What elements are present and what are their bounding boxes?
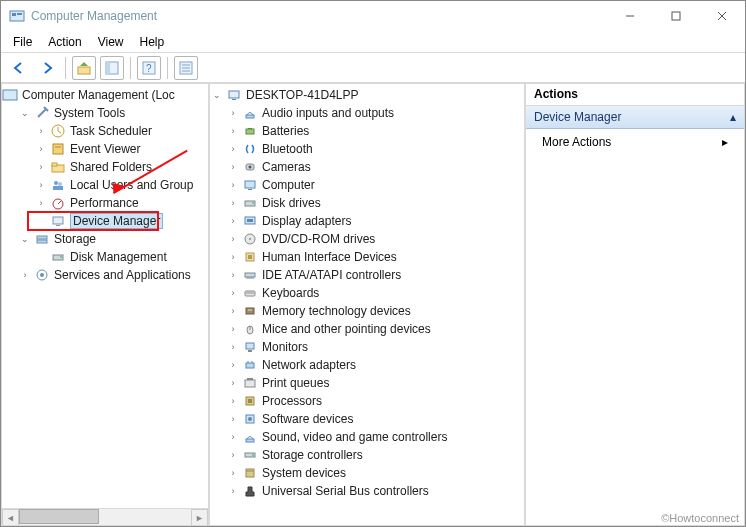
expand-icon[interactable]: ›	[226, 484, 240, 498]
expand-icon[interactable]: ›	[226, 142, 240, 156]
device-category[interactable]: ›Batteries	[226, 122, 524, 140]
tree-label: Computer Management (Loc	[22, 88, 175, 102]
expand-icon[interactable]: ›	[34, 160, 48, 174]
device-category[interactable]: ›Audio inputs and outputs	[226, 104, 524, 122]
device-category[interactable]: ›Sound, video and game controllers	[226, 428, 524, 446]
tree-item-disk-management[interactable]: ›Disk Management	[34, 248, 208, 266]
expand-icon[interactable]: ›	[226, 214, 240, 228]
device-category[interactable]: ›Software devices	[226, 410, 524, 428]
expand-icon[interactable]: ›	[226, 448, 240, 462]
menu-view[interactable]: View	[92, 33, 130, 51]
tree-label: Keyboards	[262, 286, 319, 300]
expand-icon[interactable]: ›	[18, 268, 32, 282]
device-category[interactable]: ›IDE ATA/ATAPI controllers	[226, 266, 524, 284]
close-button[interactable]	[699, 1, 745, 31]
expand-icon[interactable]: ›	[226, 268, 240, 282]
device-category[interactable]: ›Memory technology devices	[226, 302, 524, 320]
device-category[interactable]: ›Computer	[226, 176, 524, 194]
svg-rect-28	[37, 236, 47, 239]
scroll-right-button[interactable]: ►	[191, 509, 208, 526]
horizontal-scrollbar[interactable]: ◄ ►	[2, 508, 208, 525]
properties-button[interactable]	[174, 56, 198, 80]
device-category[interactable]: ›Disk drives	[226, 194, 524, 212]
services-icon	[34, 267, 50, 283]
minimize-button[interactable]	[607, 1, 653, 31]
tree-root[interactable]: Computer Management (Loc	[2, 86, 208, 104]
show-hide-tree-button[interactable]	[100, 56, 124, 80]
tree-item-services-apps[interactable]: › Services and Applications	[18, 266, 208, 284]
device-category[interactable]: ›Universal Serial Bus controllers	[226, 482, 524, 500]
device-category[interactable]: ›Display adapters	[226, 212, 524, 230]
collapse-icon[interactable]: ⌄	[18, 106, 32, 120]
device-category[interactable]: ›Network adapters	[226, 356, 524, 374]
collapse-icon[interactable]: ⌄	[18, 232, 32, 246]
expand-icon[interactable]: ›	[226, 358, 240, 372]
scroll-track[interactable]	[19, 509, 191, 525]
menu-file[interactable]: File	[7, 33, 38, 51]
tree-item-event-viewer[interactable]: ›Event Viewer	[34, 140, 208, 158]
device-category[interactable]: ›DVD/CD-ROM drives	[226, 230, 524, 248]
tree-label: Event Viewer	[70, 142, 140, 156]
expand-icon[interactable]: ›	[226, 394, 240, 408]
expand-icon[interactable]: ›	[226, 286, 240, 300]
device-category[interactable]: ›Cameras	[226, 158, 524, 176]
svg-rect-1	[12, 13, 16, 16]
device-category[interactable]: ›Bluetooth	[226, 140, 524, 158]
maximize-button[interactable]	[653, 1, 699, 31]
back-button[interactable]	[7, 56, 31, 80]
actions-section[interactable]: Device Manager ▴	[526, 106, 744, 129]
device-category[interactable]: ›Print queues	[226, 374, 524, 392]
expand-icon[interactable]: ›	[34, 196, 48, 210]
menu-action[interactable]: Action	[42, 33, 87, 51]
expand-icon[interactable]: ›	[226, 232, 240, 246]
help-button[interactable]: ?	[137, 56, 161, 80]
tree-item-local-users[interactable]: ›Local Users and Group	[34, 176, 208, 194]
expand-icon[interactable]: ›	[226, 106, 240, 120]
tree-item-shared-folders[interactable]: ›Shared Folders	[34, 158, 208, 176]
device-category[interactable]: ›Keyboards	[226, 284, 524, 302]
tree-item-system-tools[interactable]: ⌄ System Tools	[18, 104, 208, 122]
device-category[interactable]: ›System devices	[226, 464, 524, 482]
expand-icon[interactable]: ›	[226, 340, 240, 354]
tree-label: Display adapters	[262, 214, 351, 228]
device-category[interactable]: ›Storage controllers	[226, 446, 524, 464]
expand-icon[interactable]: ›	[34, 142, 48, 156]
expand-icon[interactable]: ›	[226, 322, 240, 336]
event-icon	[50, 141, 66, 157]
expand-icon[interactable]: ›	[226, 178, 240, 192]
collapse-icon[interactable]: ⌄	[210, 88, 224, 102]
up-button[interactable]	[72, 56, 96, 80]
expand-icon[interactable]: ›	[226, 466, 240, 480]
expand-icon[interactable]: ›	[226, 376, 240, 390]
expand-icon[interactable]: ›	[226, 124, 240, 138]
tree-item-task-scheduler[interactable]: ›Task Scheduler	[34, 122, 208, 140]
users-icon	[50, 177, 66, 193]
device-category[interactable]: ›Mice and other pointing devices	[226, 320, 524, 338]
device-category[interactable]: ›Monitors	[226, 338, 524, 356]
menu-help[interactable]: Help	[134, 33, 171, 51]
svg-point-40	[249, 166, 252, 169]
expand-icon[interactable]: ›	[226, 160, 240, 174]
device-icon	[242, 105, 258, 121]
tree-item-storage[interactable]: ⌄ Storage	[18, 230, 208, 248]
actions-section-label: Device Manager	[534, 110, 621, 124]
device-category[interactable]: ›Processors	[226, 392, 524, 410]
expand-icon[interactable]: ›	[226, 250, 240, 264]
actions-more[interactable]: More Actions ▸	[526, 129, 744, 155]
svg-rect-34	[229, 91, 239, 98]
expand-icon[interactable]: ›	[226, 412, 240, 426]
expand-icon[interactable]: ›	[34, 124, 48, 138]
tree-item-performance[interactable]: ›Performance	[34, 194, 208, 212]
svg-rect-18	[53, 144, 63, 154]
scroll-thumb[interactable]	[19, 509, 99, 524]
expand-icon[interactable]: ›	[226, 196, 240, 210]
scroll-left-button[interactable]: ◄	[2, 509, 19, 526]
device-category[interactable]: ›Human Interface Devices	[226, 248, 524, 266]
expand-icon[interactable]: ›	[34, 178, 48, 192]
forward-button[interactable]	[35, 56, 59, 80]
device-tree-root[interactable]: ⌄ DESKTOP-41D4LPP	[210, 86, 524, 104]
tree-item-device-manager[interactable]: ›Device Manager	[34, 212, 208, 230]
device-manager-icon	[50, 213, 66, 229]
expand-icon[interactable]: ›	[226, 430, 240, 444]
expand-icon[interactable]: ›	[226, 304, 240, 318]
